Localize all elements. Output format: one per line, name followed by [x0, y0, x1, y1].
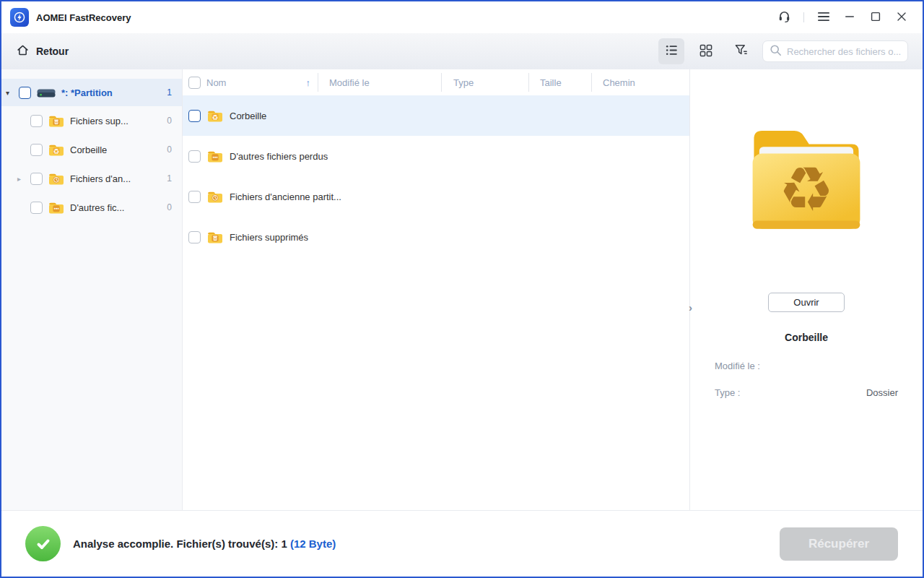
- recycle-bin-checkbox[interactable]: [30, 144, 43, 156]
- row-checkbox[interactable]: [188, 150, 201, 163]
- drive-icon: [37, 87, 56, 99]
- folder-recycle-icon: ♻: [48, 143, 64, 157]
- file-name: D'autres fichiers perdus: [230, 151, 328, 162]
- folder-trash-icon: [48, 114, 64, 128]
- item-count: 1: [167, 87, 172, 98]
- sidebar-item-label: Fichiers d'an...: [70, 173, 131, 184]
- column-label: Taille: [540, 77, 562, 88]
- folder-dots-icon: [48, 201, 64, 215]
- file-name: Fichiers supprimés: [230, 232, 308, 243]
- svg-text:♻: ♻: [212, 113, 219, 121]
- table-row-other-lost-files[interactable]: D'autres fichiers perdus: [183, 136, 689, 176]
- search-input[interactable]: [787, 46, 901, 57]
- modified-label: Modifié le :: [715, 361, 760, 371]
- open-button[interactable]: Ouvrir: [768, 293, 845, 312]
- caret-down-icon[interactable]: ▾: [6, 89, 19, 97]
- home-icon: [16, 43, 30, 59]
- deleted-files-checkbox[interactable]: [30, 115, 43, 127]
- list-view-button[interactable]: [658, 38, 684, 64]
- content-area: ▾ *: *Partition 1 Fichiers sup... 0 ♻ Co…: [1, 69, 923, 510]
- sidebar-item-old-partition-files[interactable]: ▸ Fichiers d'an... 1: [1, 164, 182, 193]
- folder-recycle-icon: ♻: [207, 109, 223, 123]
- app-window: AOMEI FastRecovery Retour: [0, 0, 924, 578]
- folder-clock-icon: [48, 172, 64, 186]
- svg-text:♻: ♻: [53, 147, 60, 155]
- filter-icon: [733, 43, 749, 60]
- status-message: Analyse accomplie. Fichier(s) trouvé(s):…: [73, 538, 336, 550]
- folder-clock-icon: [207, 190, 223, 204]
- titlebar-divider: [803, 12, 804, 22]
- app-title: AOMEI FastRecovery: [36, 12, 131, 23]
- preview-title: Corbeille: [785, 332, 828, 343]
- grid-view-icon: [699, 43, 713, 60]
- recover-button[interactable]: Récupérer: [780, 527, 898, 561]
- column-label: Nom: [206, 77, 226, 88]
- column-header-modified[interactable]: Modifié le: [318, 69, 441, 95]
- partition-checkbox[interactable]: [19, 87, 31, 99]
- folder-trash-icon: [207, 230, 223, 244]
- table-row-deleted-files[interactable]: Fichiers supprimés: [183, 217, 689, 257]
- headset-icon: [777, 9, 791, 25]
- type-label: Type :: [715, 387, 740, 398]
- status-size-info: (12 Byte): [290, 538, 336, 550]
- sidebar-item-label: Corbeille: [70, 144, 107, 155]
- folder-dots-icon: [207, 150, 223, 163]
- sidebar-item-deleted-files[interactable]: Fichiers sup... 0: [1, 106, 182, 135]
- sidebar-item-recycle-bin[interactable]: ♻ Corbeille 0: [1, 135, 182, 164]
- app-logo-icon: [10, 8, 29, 27]
- back-label: Retour: [36, 46, 69, 57]
- search-box[interactable]: [762, 40, 908, 62]
- item-count: 0: [167, 202, 172, 212]
- status-bar: Analyse accomplie. Fichier(s) trouvé(s):…: [1, 510, 923, 577]
- file-name: Corbeille: [230, 111, 266, 121]
- minimize-button[interactable]: [839, 7, 860, 28]
- success-check-icon: [25, 526, 61, 561]
- table-header: Nom ↑ Modifié le Type Taille Chemin: [183, 69, 689, 95]
- column-header-type[interactable]: Type: [442, 69, 528, 95]
- toolbar: Retour: [1, 33, 923, 69]
- item-count: 0: [167, 116, 172, 126]
- type-value: Dossier: [866, 387, 898, 398]
- row-checkbox[interactable]: [188, 110, 201, 122]
- sidebar-item-label: Fichiers sup...: [70, 116, 128, 126]
- column-header-size[interactable]: Taille: [529, 69, 591, 95]
- grid-view-button[interactable]: [693, 38, 719, 64]
- preview-type-row: Type : Dossier: [715, 387, 898, 398]
- hamburger-icon: [817, 12, 830, 24]
- list-view-icon: [664, 43, 679, 60]
- column-label: Chemin: [603, 77, 635, 88]
- preview-folder-recycle-icon: ♻: [739, 118, 873, 240]
- sidebar-item-label: D'autres fic...: [70, 202, 124, 213]
- sort-ascending-icon[interactable]: ↑: [306, 77, 318, 88]
- file-name: Fichiers d'ancienne partit...: [230, 191, 341, 202]
- back-home-button[interactable]: Retour: [16, 43, 69, 59]
- old-partition-checkbox[interactable]: [30, 173, 43, 185]
- collapse-panel-chevron-icon[interactable]: ›: [689, 302, 692, 313]
- minimize-icon: [845, 12, 855, 24]
- support-headset-button[interactable]: [773, 7, 795, 28]
- row-checkbox[interactable]: [188, 231, 201, 243]
- filter-button[interactable]: [728, 38, 754, 64]
- menu-button[interactable]: [813, 7, 834, 28]
- maximize-button[interactable]: [865, 7, 886, 28]
- svg-text:♻: ♻: [779, 154, 834, 225]
- column-header-name[interactable]: Nom ↑: [201, 69, 318, 95]
- select-all-checkbox[interactable]: [188, 77, 201, 89]
- sidebar-tree: ▾ *: *Partition 1 Fichiers sup... 0 ♻ Co…: [1, 69, 183, 510]
- table-row-old-partition-files[interactable]: Fichiers d'ancienne partit...: [183, 176, 689, 217]
- status-message-text: Analyse accomplie. Fichier(s) trouvé(s):…: [73, 538, 287, 550]
- row-checkbox[interactable]: [188, 191, 201, 203]
- titlebar: AOMEI FastRecovery: [1, 1, 923, 33]
- other-files-checkbox[interactable]: [30, 202, 43, 214]
- sidebar-item-other-lost-files[interactable]: D'autres fic... 0: [1, 193, 182, 222]
- sidebar-item-partition[interactable]: ▾ *: *Partition 1: [1, 79, 182, 106]
- sidebar-item-label: *: *Partition: [61, 87, 113, 98]
- table-row-recycle-bin[interactable]: ♻ Corbeille: [183, 95, 689, 136]
- close-button[interactable]: [891, 7, 912, 28]
- caret-right-icon[interactable]: ▸: [17, 175, 30, 183]
- column-header-path[interactable]: Chemin: [592, 69, 689, 95]
- column-label: Type: [453, 77, 474, 88]
- preview-modified-row: Modifié le :: [715, 361, 898, 371]
- file-list: Nom ↑ Modifié le Type Taille Chemin ♻ Co…: [183, 69, 690, 510]
- item-count: 1: [167, 173, 172, 184]
